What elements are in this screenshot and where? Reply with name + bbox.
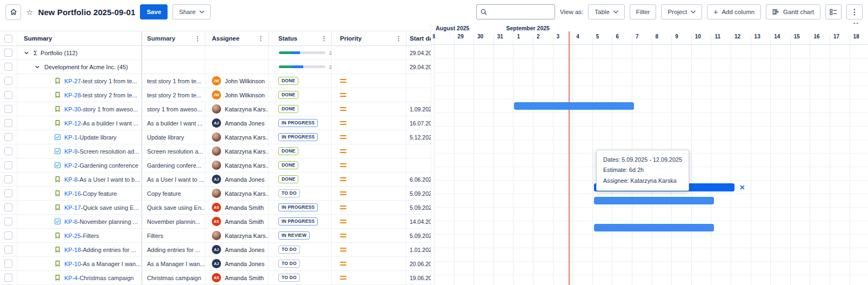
status-badge[interactable]: DONE (278, 161, 298, 170)
status-badge[interactable]: IN PROGRESS (278, 203, 318, 212)
column-header-priority[interactable]: Priority⋮ (332, 31, 406, 45)
row-checkbox[interactable] (4, 147, 12, 155)
row-checkbox[interactable] (4, 91, 12, 99)
table-row[interactable]: KP-9 - Screen resolution ad...Screen res… (0, 144, 431, 158)
row-checkbox[interactable] (4, 49, 12, 57)
save-button[interactable]: Save (140, 4, 168, 19)
table-row[interactable]: KP-17 - Quick save using E...Quick save … (0, 201, 431, 215)
row-checkbox-cell (0, 187, 17, 200)
column-header-status[interactable]: Status⋮ (269, 31, 332, 45)
table-row[interactable]: KP-4 - Christmas campaignChristmas campa… (0, 271, 431, 285)
more-menu-button[interactable]: ⋮ (846, 4, 863, 19)
issue-key-link[interactable]: KP-18 (64, 247, 81, 253)
table-row[interactable]: KP-6 - November planning ...November pla… (0, 215, 431, 229)
column-menu-icon[interactable]: ⋮ (258, 35, 268, 42)
status-badge[interactable]: TO DO (278, 189, 300, 198)
table-row[interactable]: KP-12 - As a builder I want ...As a buil… (0, 116, 431, 130)
issue-key-link[interactable]: KP-8 (64, 176, 77, 183)
gantt-chart-button[interactable]: Gantt chart (766, 4, 820, 19)
star-icon[interactable]: ☆ (26, 8, 33, 16)
start-date-cell: 5.09.2025 (406, 201, 431, 214)
column-header-assignee[interactable]: Assignee⋮ (205, 31, 269, 45)
row-checkbox[interactable] (4, 274, 12, 282)
avatar: AS (212, 217, 221, 226)
issue-key-link[interactable]: KP-28 (64, 92, 81, 98)
issue-key-link[interactable]: KP-27 (64, 78, 81, 84)
status-badge[interactable]: IN PROGRESS (278, 217, 318, 226)
progress-bar (279, 65, 325, 68)
column-menu-icon[interactable]: ⋮ (396, 35, 406, 42)
issue-key-link[interactable]: KP-1 (64, 134, 77, 141)
table-row[interactable]: KP-10 - As a Manager I wan...As a Manage… (0, 257, 431, 271)
select-all-checkbox[interactable] (4, 35, 12, 43)
row-checkbox[interactable] (4, 246, 12, 254)
table-row[interactable]: KP-27 - test story 1 from te...test stor… (0, 74, 431, 88)
chevron-down-icon[interactable] (24, 50, 29, 56)
status-badge[interactable]: DONE (278, 77, 298, 85)
gantt-bar[interactable] (594, 197, 714, 204)
row-checkbox[interactable] (4, 260, 12, 268)
table-row[interactable]: KP-28 - test story 2 from te...test stor… (0, 88, 431, 102)
row-checkbox[interactable] (4, 119, 12, 127)
status-badge[interactable]: IN REVIEW (278, 231, 310, 240)
table-row[interactable]: ΣPortfolio (112)21%29.04.202 (0, 46, 431, 60)
view-as-label: View as: (560, 9, 583, 15)
row-checkbox[interactable] (4, 231, 12, 240)
row-checkbox[interactable] (4, 105, 12, 113)
row-checkbox[interactable] (4, 189, 12, 197)
status-badge[interactable]: DONE (278, 105, 298, 114)
status-badge[interactable]: DONE (278, 91, 298, 100)
table-row[interactable]: KP-30 - story 1 from aweso...story 1 fro… (0, 102, 431, 116)
table-row[interactable]: KP-25 - FiltersFiltersKatarzyna Kars...I… (0, 229, 431, 243)
status-badge[interactable]: DONE (278, 147, 298, 156)
status-badge[interactable]: TO DO (278, 260, 300, 268)
status-badge[interactable]: TO DO (278, 246, 300, 254)
column-menu-icon[interactable]: ⋮ (321, 35, 331, 42)
project-dropdown[interactable]: Project (661, 4, 702, 19)
issue-key-link[interactable]: KP-12 (64, 120, 81, 127)
row-checkbox[interactable] (4, 133, 12, 141)
home-button[interactable] (5, 4, 21, 20)
issue-key-link[interactable]: KP-17 (64, 204, 81, 211)
column-header-start-date[interactable]: Start date (406, 31, 431, 45)
status-badge[interactable]: DONE (278, 175, 298, 184)
issue-key-link[interactable]: KP-2 (64, 162, 77, 169)
issue-key-link[interactable]: KP-6 (64, 218, 77, 225)
bar-close-icon[interactable]: ✕ (739, 184, 745, 191)
table-row[interactable]: Development for Acme Inc. (45)24%29.04.2… (0, 60, 431, 74)
table-row[interactable]: KP-8 - As a User I want to b...As a User… (0, 173, 431, 187)
filter-button[interactable]: Filter (630, 4, 657, 19)
status-badge[interactable]: IN PROGRESS (278, 119, 318, 128)
row-checkbox[interactable] (4, 175, 12, 183)
column-header-summary-tree[interactable]: Summary (17, 31, 142, 45)
details-view-button[interactable] (825, 4, 842, 19)
status-badge[interactable]: IN PROGRESS (278, 133, 318, 142)
issue-key-link[interactable]: KP-10 (64, 261, 81, 267)
chevron-down-icon[interactable] (35, 64, 40, 70)
issue-key-link[interactable]: KP-16 (64, 190, 81, 197)
table-row[interactable]: KP-1 - Update libraryUpdate libraryKatar… (0, 130, 431, 144)
share-button[interactable]: Share (172, 4, 211, 19)
table-row[interactable]: KP-2 - Gardening conferenceGardening con… (0, 158, 431, 173)
issue-key-link[interactable]: KP-25 (64, 233, 81, 239)
status-badge[interactable]: TO DO (278, 274, 300, 282)
search-input[interactable] (490, 8, 551, 16)
issue-key-link[interactable]: KP-4 (64, 275, 77, 281)
row-checkbox[interactable] (4, 203, 12, 211)
table-row[interactable]: KP-18 - Adding entries for ...Adding ent… (0, 243, 431, 257)
view-mode-dropdown[interactable]: Table (588, 4, 625, 19)
issue-key-link[interactable]: KP-9 (64, 148, 77, 155)
add-column-button[interactable]: + Add column (707, 4, 761, 19)
row-checkbox[interactable] (4, 77, 12, 85)
column-menu-icon[interactable]: ⋮ (195, 35, 205, 42)
priority-medium-icon (340, 191, 346, 196)
assignee-cell: AJAmanda Jones (205, 173, 269, 186)
gantt-bar[interactable] (514, 102, 634, 110)
column-header-summary[interactable]: Summary⋮ (142, 31, 205, 45)
issue-key-link[interactable]: KP-30 (64, 106, 81, 112)
table-row[interactable]: KP-16 - Copy featureCopy featureKatarzyn… (0, 187, 431, 201)
row-checkbox[interactable] (4, 217, 12, 226)
gantt-bar[interactable] (594, 224, 714, 231)
row-checkbox[interactable] (4, 161, 12, 169)
row-checkbox[interactable] (4, 63, 12, 71)
